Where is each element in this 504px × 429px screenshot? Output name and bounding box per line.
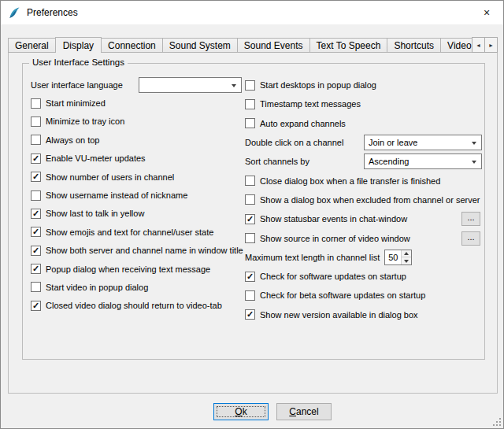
checkbox-closed-video-dialog-should-return-to-video-tab[interactable]: ✓Closed video dialog should return to vi… bbox=[31, 301, 222, 311]
spin-up-button[interactable] bbox=[402, 250, 411, 258]
checkbox-start-minimized[interactable]: Start minimized bbox=[31, 98, 106, 109]
chevron-down-icon bbox=[472, 161, 476, 164]
tab-bar: GeneralDisplayConnectionSound SystemSoun… bbox=[8, 36, 498, 53]
checkbox-always-on-top[interactable]: Always on top bbox=[31, 135, 99, 145]
tab-shortcuts[interactable]: Shortcuts bbox=[387, 38, 441, 53]
right-settings-column: Start desktops in popup dialogTimestamp … bbox=[245, 76, 482, 324]
arrow-up-icon bbox=[404, 252, 409, 255]
field-label: Double click on a channel bbox=[245, 138, 343, 147]
checkbox-box[interactable]: ✓ bbox=[31, 172, 41, 182]
tab-display[interactable]: Display bbox=[55, 37, 102, 53]
tab-text-to-speech[interactable]: Text To Speech bbox=[309, 38, 388, 53]
checkbox-box[interactable] bbox=[245, 80, 255, 91]
checkbox-label: Show statusbar events in chat-window bbox=[260, 214, 407, 224]
checkbox-label: Show emojis and text for channel/user st… bbox=[46, 227, 213, 237]
checkbox-label: Enable VU-meter updates bbox=[46, 153, 146, 163]
row-show-emojis-and-text-for-channel-user-state: ✓Show emojis and text for channel/user s… bbox=[31, 223, 242, 241]
combobox-selected-value: Join or leave bbox=[369, 138, 417, 147]
checkbox-show-username-instead-of-nickname[interactable]: Show username instead of nickname bbox=[31, 190, 187, 201]
checkbox-box[interactable] bbox=[31, 98, 41, 109]
checkbox-box[interactable]: ✓ bbox=[245, 309, 255, 320]
checkbox-box[interactable] bbox=[245, 233, 255, 243]
row-start-desktops-in-popup-dialog: Start desktops in popup dialog bbox=[245, 76, 482, 94]
row-enable-vu-meter-updates: ✓Enable VU-meter updates bbox=[31, 150, 242, 168]
row-show-last-to-talk-in-yellow: ✓Show last to talk in yellow bbox=[31, 205, 242, 223]
checkbox-timestamp-text-messages[interactable]: Timestamp text messages bbox=[245, 99, 361, 109]
row-check-for-beta-software-updates-on-startup: Check for beta software updates on start… bbox=[245, 286, 482, 305]
field-label: Sort channels by bbox=[245, 157, 309, 166]
checkbox-box[interactable] bbox=[31, 116, 41, 127]
field-label: Maximum text length in channel list bbox=[245, 253, 380, 262]
tab-scroll-left-button[interactable]: ◄ bbox=[472, 37, 485, 53]
cancel-button[interactable]: Cancel bbox=[276, 403, 332, 420]
checkbox-label: Closed video dialog should return to vid… bbox=[46, 301, 222, 310]
checkbox-box[interactable]: ✓ bbox=[31, 227, 41, 237]
checkbox-check-for-beta-software-updates-on-startup[interactable]: Check for beta software updates on start… bbox=[245, 290, 425, 301]
resize-grip[interactable] bbox=[491, 416, 502, 427]
checkbox-box[interactable]: ✓ bbox=[31, 209, 41, 219]
close-button[interactable]: × bbox=[470, 1, 503, 24]
tab-connection[interactable]: Connection bbox=[101, 38, 163, 53]
checkbox-minimize-to-tray-icon[interactable]: Minimize to tray icon bbox=[31, 116, 124, 127]
checkbox-box[interactable]: ✓ bbox=[245, 214, 255, 224]
checkbox-auto-expand-channels[interactable]: Auto expand channels bbox=[245, 118, 346, 128]
row-start-video-in-popup-dialog: Start video in popup dialog bbox=[31, 278, 242, 296]
checkbox-box[interactable]: ✓ bbox=[31, 153, 41, 164]
checkbox-check-for-software-updates-on-startup[interactable]: ✓Check for software updates on startup bbox=[245, 272, 406, 282]
checkbox-close-dialog-box-when-a-file-transfer-is-finished[interactable]: Close dialog box when a file transfer is… bbox=[245, 176, 440, 186]
combobox-user-interface-language[interactable] bbox=[139, 77, 242, 93]
checkbox-label: Check for beta software updates on start… bbox=[260, 290, 425, 300]
field-label: User interface language bbox=[31, 80, 123, 90]
title-bar[interactable]: Preferences × bbox=[1, 1, 503, 24]
checkbox-label: Show username instead of nickname bbox=[46, 190, 187, 200]
checkbox-box[interactable] bbox=[31, 282, 41, 292]
checkbox-show-source-in-corner-of-video-window[interactable]: Show source in corner of video window bbox=[245, 233, 410, 243]
checkbox-popup-dialog-when-receiving-text-message[interactable]: ✓Popup dialog when receiving text messag… bbox=[31, 264, 210, 274]
checkbox-label: Show a dialog box when excluded from cha… bbox=[260, 195, 480, 205]
checkbox-box[interactable] bbox=[245, 194, 255, 205]
spin-down-button[interactable] bbox=[402, 257, 411, 264]
user-interface-settings-group: User Interface Settings User interface l… bbox=[22, 63, 485, 360]
checkbox-show-both-server-and-channel-name-in-window-title[interactable]: ✓Show both server and channel name in wi… bbox=[31, 246, 243, 256]
tab-scroll-right-button[interactable]: ► bbox=[484, 37, 498, 53]
tab-page-display: User Interface Settings User interface l… bbox=[8, 52, 498, 394]
checkbox-label: Show new version available in dialog box bbox=[260, 310, 418, 320]
checkbox-label: Timestamp text messages bbox=[260, 99, 361, 109]
checkbox-start-video-in-popup-dialog[interactable]: Start video in popup dialog bbox=[31, 282, 148, 292]
tab-sound-events[interactable]: Sound Events bbox=[237, 38, 310, 53]
checkbox-show-a-dialog-box-when-excluded-from-channel-or-server[interactable]: Show a dialog box when excluded from cha… bbox=[245, 194, 480, 205]
row-show-number-of-users-in-channel: ✓Show number of users in channel bbox=[31, 168, 242, 186]
checkbox-show-statusbar-events-in-chat-window[interactable]: ✓Show statusbar events in chat-window bbox=[245, 214, 407, 224]
spinbox-maximum-text-length-in-channel-list[interactable]: 50 bbox=[384, 250, 412, 265]
checkbox-box[interactable]: ✓ bbox=[31, 264, 41, 274]
checkbox-box[interactable] bbox=[31, 190, 41, 201]
checkbox-start-desktops-in-popup-dialog[interactable]: Start desktops in popup dialog bbox=[245, 80, 376, 91]
checkbox-box[interactable]: ✓ bbox=[245, 272, 255, 282]
checkbox-show-emojis-and-text-for-channel-user-state[interactable]: ✓Show emojis and text for channel/user s… bbox=[31, 227, 213, 237]
tab-sound-system[interactable]: Sound System bbox=[162, 38, 238, 53]
checkbox-box[interactable]: ✓ bbox=[31, 301, 41, 311]
spinbox-value: 50 bbox=[388, 253, 398, 262]
checkbox-show-last-to-talk-in-yellow[interactable]: ✓Show last to talk in yellow bbox=[31, 209, 144, 219]
checkbox-label: Auto expand channels bbox=[260, 119, 346, 128]
combobox-double-click-on-a-channel[interactable]: Join or leave bbox=[364, 135, 482, 150]
checkbox-show-number-of-users-in-channel[interactable]: ✓Show number of users in channel bbox=[31, 172, 174, 182]
row-double-click-on-a-channel: Double click on a channelJoin or leave bbox=[245, 133, 482, 152]
checkbox-show-new-version-available-in-dialog-box[interactable]: ✓Show new version available in dialog bo… bbox=[245, 309, 418, 320]
checkbox-box[interactable] bbox=[31, 135, 41, 145]
checkbox-label: Show both server and channel name in win… bbox=[46, 246, 243, 255]
checkbox-box[interactable] bbox=[245, 118, 255, 128]
preferences-dialog: Preferences × GeneralDisplayConnectionSo… bbox=[0, 0, 504, 429]
checkbox-box[interactable] bbox=[245, 176, 255, 186]
checkbox-box[interactable] bbox=[245, 290, 255, 301]
checkbox-box[interactable] bbox=[245, 99, 255, 109]
ok-button[interactable]: Ok bbox=[213, 403, 269, 420]
row-minimize-to-tray-icon: Minimize to tray icon bbox=[31, 113, 242, 131]
combobox-sort-channels-by[interactable]: Ascending bbox=[364, 153, 482, 169]
checkbox-enable-vu-meter-updates[interactable]: ✓Enable VU-meter updates bbox=[31, 153, 146, 164]
ellipsis-button[interactable]: ... bbox=[461, 231, 480, 246]
tab-general[interactable]: General bbox=[8, 38, 56, 53]
row-closed-video-dialog-should-return-to-video-tab: ✓Closed video dialog should return to vi… bbox=[31, 297, 242, 315]
ellipsis-button[interactable]: ... bbox=[461, 212, 480, 226]
checkbox-box[interactable]: ✓ bbox=[31, 246, 41, 256]
